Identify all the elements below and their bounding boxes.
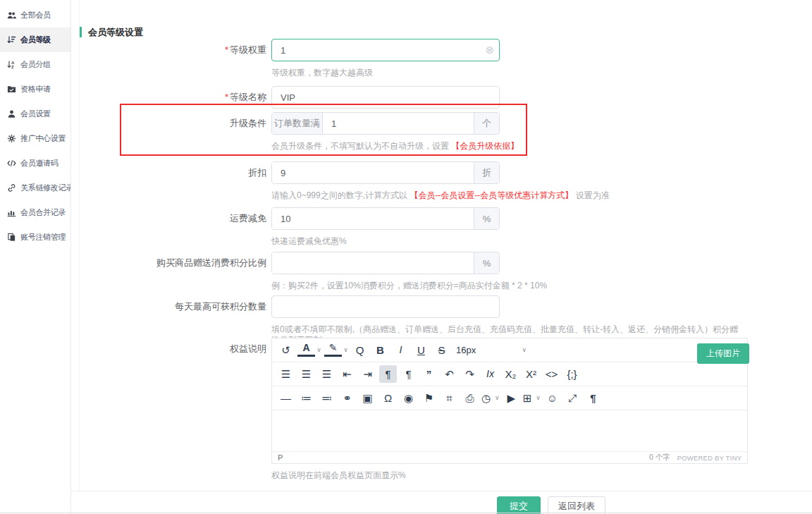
bullist-icon[interactable]: ≔ xyxy=(297,389,315,407)
rtl-icon[interactable]: ¶ xyxy=(400,365,417,383)
level-name-row: *等级名称 xyxy=(80,86,742,109)
level-weight-label: *等级权重 xyxy=(80,39,271,61)
benefits-helper: 权益说明在前端会员权益页面显示% xyxy=(271,470,748,481)
editor-content-area[interactable] xyxy=(272,410,747,451)
shipping-discount-input[interactable] xyxy=(272,208,474,229)
sidebar-item-member-level[interactable]: 会员等级 xyxy=(0,27,70,52)
backcolor-caret-icon[interactable]: ∨ xyxy=(342,341,350,359)
upload-image-button[interactable]: 上传图片 xyxy=(697,343,749,364)
datetime-icon[interactable]: ◷∨ xyxy=(481,389,500,407)
table-icon[interactable]: ⊞∨ xyxy=(523,389,541,407)
invite-code-icon xyxy=(7,159,16,168)
numlist-icon[interactable]: ≕ xyxy=(318,389,336,407)
sidebar-item-all-members[interactable]: 全部会员 xyxy=(0,3,70,27)
rich-text-editor: 上传图片 ↺A∨✎∨QBIUS16px∨ ☰☰☰⇤⇥¶¶”↶↷IxX₂X²<>{… xyxy=(271,338,748,464)
code-icon[interactable]: <> xyxy=(543,365,560,383)
member-level-icon xyxy=(7,35,16,44)
level-weight-row: *等级权重 ⊗ 等级权重，数字越大越高级 xyxy=(80,39,742,78)
print-icon[interactable]: ⎙ xyxy=(461,389,479,407)
points-ratio-label: 购买商品赠送消费积分比例 xyxy=(80,252,271,274)
redo-icon[interactable]: ↷ xyxy=(461,365,479,383)
removeformat-icon[interactable]: Ix xyxy=(481,365,499,383)
link-icon[interactable]: ⚭ xyxy=(338,389,356,407)
blockquote-icon[interactable]: ” xyxy=(420,365,438,383)
pagebreak-icon[interactable]: ⌗ xyxy=(441,389,458,407)
sidebar-item-member-settings[interactable]: 会员设置 xyxy=(0,102,70,126)
sidebar-item-qualification[interactable]: 资格申请 xyxy=(0,77,70,102)
benefits-label: 权益说明 xyxy=(80,338,271,360)
align-center-icon[interactable]: ☰ xyxy=(297,365,315,383)
sidebar-item-promotion-settings[interactable]: 推广中心设置 xyxy=(0,126,70,151)
form-footer: 提交 返回列表 xyxy=(71,491,812,514)
shipping-discount-helper: 快递运费减免优惠% xyxy=(271,236,742,247)
fontsize-select[interactable]: 16px∨ xyxy=(453,341,529,359)
submit-button[interactable]: 提交 xyxy=(497,496,541,514)
history-icon[interactable]: ↺ xyxy=(277,341,295,359)
sidebar-item-relation-chain[interactable]: 关系链修改记录 xyxy=(0,176,70,200)
upgrade-condition-type[interactable]: 订单数量满 xyxy=(272,113,323,134)
upgrade-basis-link[interactable]: 【会员升级依据】 xyxy=(451,141,519,151)
shipping-discount-unit: % xyxy=(474,208,499,229)
powered-by-tiny: POWERED BY TINY xyxy=(677,454,742,462)
codesample-icon[interactable]: {;} xyxy=(563,365,581,383)
points-ratio-input[interactable] xyxy=(272,252,474,274)
daily-points-cap-input[interactable] xyxy=(271,295,500,318)
upgrade-condition-unit: 个 xyxy=(474,113,499,134)
level-weight-input[interactable] xyxy=(271,39,500,61)
member-level-settings-panel: 会员等级设置 *等级权重 ⊗ 等级权重，数字越大越高级 *等级名称 升级条件 订… xyxy=(79,0,812,491)
sidebar-item-merge-record[interactable]: 会员合并记录 xyxy=(0,200,70,225)
circle-close-icon[interactable]: ⊗ xyxy=(485,44,494,55)
preview-icon[interactable]: ◉ xyxy=(400,389,417,407)
back-to-list-button[interactable]: 返回列表 xyxy=(548,496,605,514)
outdent-icon[interactable]: ⇤ xyxy=(338,365,356,383)
ltr-icon[interactable]: ¶ xyxy=(379,365,397,383)
strikethrough-icon[interactable]: S xyxy=(433,341,450,359)
image-icon[interactable]: ▣ xyxy=(359,389,376,407)
discount-row: 折扣 折 请输入0~999之间的数字,计算方式以 【会员--会员设置--会员等级… xyxy=(80,161,742,201)
superscript-icon[interactable]: X² xyxy=(522,365,540,383)
editor-element-path[interactable]: P xyxy=(278,453,283,462)
users-icon xyxy=(7,11,16,20)
discount-input[interactable] xyxy=(272,162,474,183)
benefits-row: 权益说明 上传图片 ↺A∨✎∨QBIUS16px∨ ☰☰☰⇤⇥¶¶”↶↷IxX₂… xyxy=(80,338,742,481)
editor-word-count: 0 个字 xyxy=(649,453,670,463)
emoticons-icon[interactable]: ☺ xyxy=(543,389,561,407)
indent-icon[interactable]: ⇥ xyxy=(359,365,376,383)
discount-unit: 折 xyxy=(474,162,499,183)
sidebar-item-invite-code[interactable]: 会员邀请码 xyxy=(0,151,70,176)
member-group-icon: AZ xyxy=(7,60,16,69)
fullscreen-icon[interactable]: ⤢ xyxy=(564,389,582,407)
sidebar-item-account-cancel[interactable]: 账号注销管理 xyxy=(0,225,70,250)
sidebar-item-label: 全部会员 xyxy=(20,10,51,20)
charmap-icon[interactable]: Ω xyxy=(379,389,397,407)
editor-toolbar-row-1: ↺A∨✎∨QBIUS16px∨ xyxy=(272,338,747,362)
forecolor-icon[interactable]: A xyxy=(297,341,315,357)
underline-icon[interactable]: U xyxy=(412,341,430,359)
chevron-down-icon: ∨ xyxy=(536,389,541,407)
level-weight-helper: 等级权重，数字越大越高级 xyxy=(271,68,742,78)
anchor-icon[interactable]: ⚑ xyxy=(420,389,438,407)
merge-record-icon xyxy=(7,208,16,217)
undo-icon[interactable]: ↶ xyxy=(441,365,458,383)
backcolor-icon[interactable]: ✎ xyxy=(324,341,342,357)
formatpaint-icon[interactable]: ¶ xyxy=(584,389,602,407)
sidebar-item-label: 账号注销管理 xyxy=(20,232,66,243)
align-left-icon[interactable]: ☰ xyxy=(277,365,295,383)
italic-icon[interactable]: I xyxy=(392,341,410,359)
hr-icon[interactable]: — xyxy=(277,389,295,407)
align-right-icon[interactable]: ☰ xyxy=(318,365,336,383)
upgrade-condition-input[interactable] xyxy=(323,113,474,134)
level-name-input[interactable] xyxy=(271,86,500,109)
discount-calc-link[interactable]: 【会员--会员设置--会员等级优惠计算方式】 xyxy=(410,190,573,200)
forecolor-caret-icon[interactable]: ∨ xyxy=(315,341,323,359)
svg-text:A: A xyxy=(11,61,15,65)
account-cancel-icon xyxy=(7,233,16,242)
svg-text:Z: Z xyxy=(11,65,14,69)
subscript-icon[interactable]: X₂ xyxy=(502,365,519,383)
media-icon[interactable]: ▶ xyxy=(503,389,520,407)
bold-icon[interactable]: B xyxy=(371,341,389,359)
level-name-label: *等级名称 xyxy=(80,86,271,109)
sidebar-item-label: 会员等级 xyxy=(20,35,51,45)
searchreplace-icon[interactable]: Q xyxy=(351,341,369,359)
sidebar-item-member-group[interactable]: AZ 会员分组 xyxy=(0,52,70,77)
